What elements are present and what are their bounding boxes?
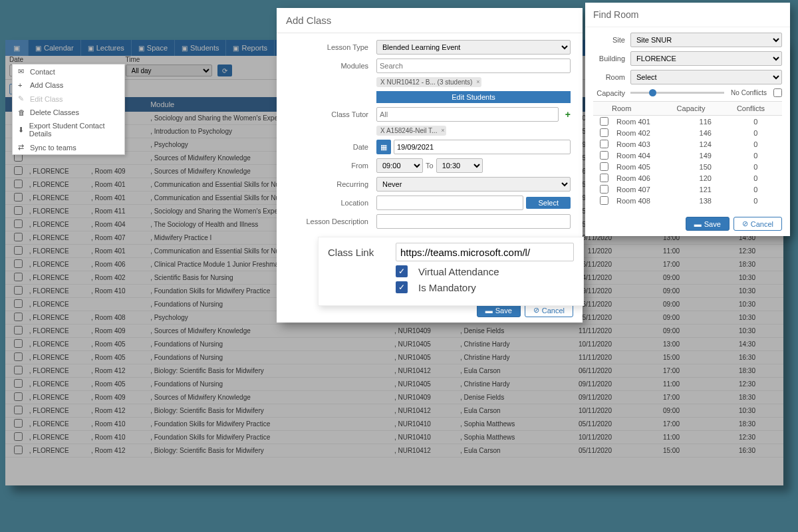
row-checkbox[interactable] — [14, 193, 23, 201]
find-room-panel: Find Room SiteSite SNUR BuildingFLORENCE… — [585, 3, 790, 236]
row-checkbox[interactable] — [14, 313, 23, 321]
row-checkbox[interactable] — [14, 233, 23, 241]
room-row[interactable]: Room 4021460 — [593, 127, 782, 138]
room-row[interactable]: Room 4041490 — [593, 150, 782, 161]
row-checkbox[interactable] — [14, 299, 23, 308]
room-checkbox[interactable] — [600, 174, 608, 182]
go-button[interactable]: ⟳ — [217, 65, 232, 76]
row-checkbox[interactable] — [14, 339, 23, 348]
row-checkbox[interactable] — [14, 446, 23, 454]
date-label: Date — [9, 56, 56, 63]
room-checkbox[interactable] — [600, 117, 608, 126]
chip-remove-icon[interactable]: × — [441, 127, 444, 134]
module-chip: X NUR10412 - B... (3 students)× — [376, 77, 481, 87]
room-checkbox[interactable] — [600, 185, 608, 194]
row-checkbox[interactable] — [14, 180, 23, 188]
table-row[interactable]: , FLORENCE, Room 410, Foundation Skills … — [5, 418, 783, 431]
row-checkbox[interactable] — [14, 352, 23, 361]
row-checkbox[interactable] — [14, 246, 23, 255]
nav-lectures[interactable]: ▣Lectures — [80, 40, 131, 56]
no-conflicts-checkbox[interactable] — [773, 88, 782, 97]
tutor-input[interactable] — [376, 107, 559, 122]
recurring-select[interactable]: Never — [376, 177, 571, 192]
modules-search[interactable] — [376, 59, 571, 73]
room-select[interactable]: Select — [630, 70, 782, 84]
nav-calendar[interactable]: ▣Calendar — [28, 40, 80, 56]
row-checkbox[interactable] — [14, 392, 23, 401]
findroom-cancel-button[interactable]: ⊘Cancel — [733, 217, 782, 231]
row-checkbox[interactable] — [14, 166, 23, 175]
ctx-contact[interactable]: ✉Contact — [13, 65, 124, 78]
location-input[interactable] — [376, 196, 523, 210]
row-checkbox[interactable] — [14, 366, 23, 374]
table-row[interactable]: , FLORENCE, Room 409, Sources of Midwife… — [5, 391, 783, 404]
calendar-icon[interactable]: ▦ — [376, 140, 391, 154]
row-checkbox[interactable] — [14, 206, 23, 215]
table-row[interactable]: , FLORENCE, Room 405, Foundations of Nur… — [5, 351, 783, 364]
room-row[interactable]: Room 4061200 — [593, 172, 782, 184]
edit-students-button[interactable]: Edit Students — [376, 91, 571, 103]
save-icon: ▬ — [485, 307, 493, 315]
room-row[interactable]: Room 4081380 — [593, 195, 782, 206]
row-checkbox[interactable] — [14, 286, 23, 295]
capacity-slider[interactable] — [630, 92, 724, 94]
room-checkbox[interactable] — [600, 140, 608, 148]
select-location-button[interactable]: Select — [526, 197, 571, 209]
to-time-select[interactable]: 10:30 — [436, 158, 483, 173]
room-row[interactable]: Room 4031240 — [593, 138, 782, 150]
room-checkbox[interactable] — [600, 128, 608, 137]
table-row[interactable]: , FLORENCE, Room 412, Biology: Scientifi… — [5, 364, 783, 378]
find-room-title: Find Room — [585, 3, 790, 27]
tutor-chip: X A158246-Neil T...× — [376, 126, 446, 136]
table-row[interactable]: , FLORENCE, Room 412, Biology: Scientifi… — [5, 444, 783, 458]
is-mandatory-checkbox[interactable]: ✓ — [396, 281, 408, 293]
room-checkbox[interactable] — [600, 151, 608, 160]
cancel-icon: ⊘ — [533, 306, 539, 315]
row-checkbox[interactable] — [14, 432, 23, 441]
nav-space[interactable]: ▣Space — [131, 40, 174, 56]
row-checkbox[interactable] — [14, 326, 23, 334]
table-row[interactable]: , FLORENCE, Room 409, Sources of Midwife… — [5, 325, 783, 338]
ctx-export-student-contact-details[interactable]: ⬇Export Student Contact Details — [13, 119, 124, 140]
room-checkbox[interactable] — [600, 162, 608, 171]
class-link-input[interactable] — [396, 243, 574, 261]
time-select[interactable]: All day — [126, 65, 212, 76]
virtual-attendance-checkbox[interactable]: ✓ — [396, 265, 408, 277]
row-checkbox[interactable] — [14, 406, 23, 414]
date-input[interactable] — [394, 140, 571, 154]
room-row[interactable]: Room 4051500 — [593, 161, 782, 172]
row-checkbox[interactable] — [14, 219, 23, 228]
ctx-sync-to-teams[interactable]: ⇄Sync to teams — [13, 140, 124, 154]
findroom-save-button[interactable]: ▬Save — [686, 217, 730, 231]
from-time-select[interactable]: 09:00 — [376, 158, 423, 173]
room-checkbox[interactable] — [600, 196, 608, 205]
room-row[interactable]: Room 4071210 — [593, 184, 782, 195]
ctx-add-class[interactable]: +Add Class — [13, 78, 124, 92]
class-link-panel: Class Link ✓Virtual Attendance ✓Is Manda… — [318, 237, 584, 306]
modal-title: Add Class — [277, 8, 583, 33]
table-row[interactable]: , FLORENCE, Room 412, Biology: Scientifi… — [5, 404, 783, 418]
add-tutor-icon[interactable]: + — [565, 109, 571, 120]
table-row[interactable]: , FLORENCE, Room 410, Foundation Skills … — [5, 431, 783, 444]
row-checkbox[interactable] — [14, 273, 23, 281]
ctx-delete-classes[interactable]: 🗑Delete Classes — [13, 106, 124, 119]
context-menu: ✉Contact+Add Class✎Edit Class🗑Delete Cla… — [12, 64, 125, 155]
row-checkbox[interactable] — [14, 259, 23, 268]
table-row[interactable]: , FLORENCE, Room 405, Foundations of Nur… — [5, 338, 783, 351]
nav-reports[interactable]: ▣Reports — [225, 40, 274, 56]
room-table-header: RoomCapacityConflicts — [593, 101, 782, 116]
nav-logo[interactable]: ▣ — [5, 40, 28, 56]
ctx-edit-class: ✎Edit Class — [13, 92, 124, 106]
room-row[interactable]: Room 4011160 — [593, 116, 782, 127]
table-row[interactable]: , FLORENCE, Room 405, Foundations of Nur… — [5, 378, 783, 391]
row-checkbox[interactable] — [14, 379, 23, 388]
chip-remove-icon[interactable]: × — [476, 78, 479, 85]
description-input[interactable] — [376, 214, 571, 229]
row-checkbox[interactable] — [14, 419, 23, 428]
site-select[interactable]: Site SNUR — [630, 33, 782, 47]
nav-students[interactable]: ▣Students — [174, 40, 225, 56]
time-label: Time — [126, 56, 212, 63]
lesson-type-select[interactable]: Blended Learning Event — [376, 40, 571, 55]
building-select[interactable]: FLORENCE — [630, 51, 782, 66]
class-link-label: Class Link — [328, 247, 385, 258]
